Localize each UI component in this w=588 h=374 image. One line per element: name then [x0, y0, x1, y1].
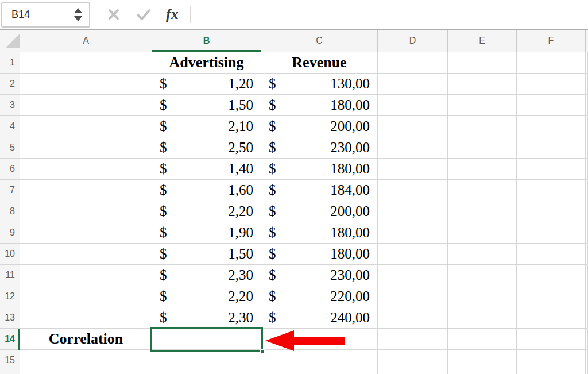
cell-a7[interactable]: [20, 180, 152, 201]
cell-a12[interactable]: [20, 286, 152, 307]
cell-e3[interactable]: [448, 95, 517, 116]
cell-e9[interactable]: [448, 222, 517, 244]
cell-f9[interactable]: [517, 222, 586, 244]
row-header-8[interactable]: 8: [0, 201, 20, 222]
cell-d4[interactable]: [378, 116, 448, 137]
cell-b8[interactable]: $2,20: [152, 201, 261, 222]
cell-e1[interactable]: [448, 52, 517, 74]
cell-f11[interactable]: [517, 265, 586, 286]
cell-f12[interactable]: [517, 286, 586, 307]
cell-c7[interactable]: $184,00: [261, 180, 378, 201]
cell-a15[interactable]: [20, 350, 152, 371]
cell-b2[interactable]: $1,20: [152, 74, 261, 95]
cell-c6[interactable]: $180,00: [261, 159, 378, 180]
cell-c13[interactable]: $240,00: [261, 307, 378, 329]
cell-b5[interactable]: $2,50: [152, 137, 261, 159]
name-box-spinner[interactable]: [74, 8, 82, 21]
cell-f4[interactable]: [517, 116, 586, 137]
cell-c5[interactable]: $230,00: [261, 137, 378, 159]
cell-a5[interactable]: [20, 137, 152, 159]
cell-d1[interactable]: [378, 52, 448, 74]
cell-c14[interactable]: [261, 329, 378, 350]
cell-c1[interactable]: Revenue: [261, 52, 378, 74]
cell-d11[interactable]: [378, 265, 448, 286]
cell-d7[interactable]: [378, 180, 448, 201]
cell-c3[interactable]: $180,00: [261, 95, 378, 116]
cell-f14[interactable]: [517, 329, 586, 350]
cell-b10[interactable]: $1,50: [152, 244, 261, 265]
select-all-corner[interactable]: [0, 30, 20, 52]
row-header-11[interactable]: 11: [0, 265, 20, 286]
cell-b14-active[interactable]: [152, 329, 261, 350]
cell-d12[interactable]: [378, 286, 448, 307]
cell-c8[interactable]: $200,00: [261, 201, 378, 222]
cell-e12[interactable]: [448, 286, 517, 307]
cell-a14[interactable]: Correlation: [20, 329, 152, 350]
row-header-14[interactable]: 14: [0, 329, 20, 350]
column-header-b[interactable]: B: [152, 30, 261, 52]
cell-e2[interactable]: [448, 74, 517, 95]
cell-a11[interactable]: [20, 265, 152, 286]
spinner-down-icon[interactable]: [74, 16, 82, 21]
row-header-2[interactable]: 2: [0, 74, 20, 95]
spinner-up-icon[interactable]: [74, 8, 82, 13]
column-header-d[interactable]: D: [378, 30, 448, 52]
cell-a4[interactable]: [20, 116, 152, 137]
cell-b12[interactable]: $2,20: [152, 286, 261, 307]
cell-c4[interactable]: $200,00: [261, 116, 378, 137]
cell-a8[interactable]: [20, 201, 152, 222]
row-header-15[interactable]: 15: [0, 350, 20, 371]
cell-a1[interactable]: [20, 52, 152, 74]
cell-b6[interactable]: $1,40: [152, 159, 261, 180]
cell-a6[interactable]: [20, 159, 152, 180]
cancel-icon[interactable]: [107, 8, 120, 21]
cell-b15[interactable]: [152, 350, 261, 371]
cell-f13[interactable]: [517, 307, 586, 329]
cell-f2[interactable]: [517, 74, 586, 95]
column-header-a[interactable]: A: [20, 30, 152, 52]
cell-e8[interactable]: [448, 201, 517, 222]
cell-d3[interactable]: [378, 95, 448, 116]
row-header-6[interactable]: 6: [0, 159, 20, 180]
cell-f5[interactable]: [517, 137, 586, 159]
row-header-9[interactable]: 9: [0, 222, 20, 244]
cell-d2[interactable]: [378, 74, 448, 95]
cell-e4[interactable]: [448, 116, 517, 137]
cell-b3[interactable]: $1,50: [152, 95, 261, 116]
cell-c11[interactable]: $230,00: [261, 265, 378, 286]
confirm-icon[interactable]: [136, 8, 151, 21]
row-header-5[interactable]: 5: [0, 137, 20, 159]
cell-f1[interactable]: [517, 52, 586, 74]
cell-b11[interactable]: $2,30: [152, 265, 261, 286]
cell-c9[interactable]: $180,00: [261, 222, 378, 244]
cell-f7[interactable]: [517, 180, 586, 201]
cell-f10[interactable]: [517, 244, 586, 265]
cell-d15[interactable]: [378, 350, 448, 371]
cell-e7[interactable]: [448, 180, 517, 201]
cell-e11[interactable]: [448, 265, 517, 286]
cell-e10[interactable]: [448, 244, 517, 265]
name-box[interactable]: B14: [1, 2, 90, 28]
cell-c2[interactable]: $130,00: [261, 74, 378, 95]
cell-d8[interactable]: [378, 201, 448, 222]
cell-a3[interactable]: [20, 95, 152, 116]
cell-e6[interactable]: [448, 159, 517, 180]
cell-e5[interactable]: [448, 137, 517, 159]
cell-d6[interactable]: [378, 159, 448, 180]
cell-b1[interactable]: Advertising: [152, 52, 261, 74]
cell-f3[interactable]: [517, 95, 586, 116]
cell-d5[interactable]: [378, 137, 448, 159]
cell-d9[interactable]: [378, 222, 448, 244]
cell-e13[interactable]: [448, 307, 517, 329]
cell-e14[interactable]: [448, 329, 517, 350]
column-header-c[interactable]: C: [261, 30, 378, 52]
cell-b9[interactable]: $1,90: [152, 222, 261, 244]
row-header-10[interactable]: 10: [0, 244, 20, 265]
cell-c15[interactable]: [261, 350, 378, 371]
cell-f8[interactable]: [517, 201, 586, 222]
row-header-7[interactable]: 7: [0, 180, 20, 201]
cell-c12[interactable]: $220,00: [261, 286, 378, 307]
row-header-3[interactable]: 3: [0, 95, 20, 116]
cell-a10[interactable]: [20, 244, 152, 265]
cell-f15[interactable]: [517, 350, 586, 371]
